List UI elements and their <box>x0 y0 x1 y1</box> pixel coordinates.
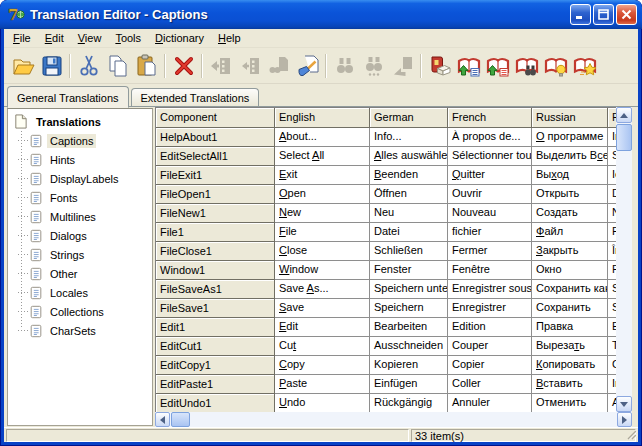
translation-cell[interactable]: Închide <box>608 242 616 261</box>
copy-button[interactable] <box>103 51 132 81</box>
find-next-button[interactable] <box>359 51 388 81</box>
translation-cell[interactable]: Nouveau <box>448 204 532 223</box>
menu-item-tools[interactable]: Tools <box>108 30 148 46</box>
tab-extended-translations[interactable]: Extended Translations <box>131 88 260 107</box>
dict-complete-button[interactable] <box>541 51 570 81</box>
dict-import-button[interactable] <box>454 51 483 81</box>
scroll-up-button[interactable] <box>616 107 632 123</box>
translation-cell[interactable]: Salvează ca... <box>608 280 616 299</box>
translation-cell[interactable]: Salvează <box>608 299 616 318</box>
tree-item-captions[interactable]: Captions <box>8 131 152 150</box>
translation-cell[interactable]: Anulează <box>608 394 616 412</box>
translation-cell[interactable]: Закрыть <box>532 242 608 261</box>
translation-cell[interactable]: About... <box>275 128 370 147</box>
translation-cell[interactable]: File <box>275 223 370 242</box>
horizontal-scroll-thumb[interactable] <box>171 412 190 427</box>
scroll-down-button[interactable] <box>616 396 632 412</box>
translation-cell[interactable]: Einfügen <box>370 375 448 394</box>
tree-item-strings[interactable]: Strings <box>8 245 152 264</box>
translation-cell[interactable]: Сохранить <box>532 299 608 318</box>
dict-find-button[interactable] <box>512 51 541 81</box>
translation-cell[interactable]: Выделить Все <box>532 147 608 166</box>
translation-cell[interactable]: Copiază <box>608 356 616 375</box>
horizontal-scrollbar[interactable] <box>155 412 632 427</box>
translation-cell[interactable]: Fişier <box>608 223 616 242</box>
translation-cell[interactable]: Ieşire <box>608 166 616 185</box>
dictionary-button[interactable] <box>425 51 454 81</box>
tree-item-other[interactable]: Other <box>8 264 152 283</box>
translation-cell[interactable]: Selectează tot <box>608 147 616 166</box>
assign-from-button[interactable] <box>206 51 235 81</box>
translation-cell[interactable]: Edit <box>275 318 370 337</box>
vertical-scroll-thumb[interactable] <box>616 124 632 151</box>
translation-cell[interactable]: Sélectionner tout <box>448 147 532 166</box>
scroll-left-button[interactable] <box>155 412 170 427</box>
translation-cell[interactable]: Taie <box>608 337 616 356</box>
translation-cell[interactable]: Save As... <box>275 280 370 299</box>
translation-cell[interactable]: Quitter <box>448 166 532 185</box>
translation-cell[interactable]: Cut <box>275 337 370 356</box>
translation-cell[interactable]: Info... <box>370 128 448 147</box>
tab-general-translations[interactable]: General Translations <box>7 86 129 108</box>
translation-cell[interactable]: Ausschneiden <box>370 337 448 356</box>
translation-cell[interactable]: Beenden <box>370 166 448 185</box>
minimize-button[interactable] <box>570 4 591 25</box>
translation-cell[interactable]: Speichern <box>370 299 448 318</box>
translation-cell[interactable]: Nou <box>608 204 616 223</box>
translation-cell[interactable]: Файл <box>532 223 608 242</box>
translation-cell[interactable]: Edition <box>448 318 532 337</box>
menu-item-edit[interactable]: Edit <box>38 30 71 46</box>
tree-root-translations[interactable]: Translations <box>8 112 152 131</box>
dict-export-button[interactable] <box>483 51 512 81</box>
translation-cell[interactable]: Сохранить как... <box>532 280 608 299</box>
copy-translations-button[interactable] <box>264 51 293 81</box>
delete-button[interactable] <box>169 51 198 81</box>
translation-cell[interactable]: Fenêtre <box>448 261 532 280</box>
translation-cell[interactable]: Close <box>275 242 370 261</box>
open-folder-button[interactable] <box>8 51 37 81</box>
translation-cell[interactable]: Paste <box>275 375 370 394</box>
translation-cell[interactable]: Informaţii... <box>608 128 616 147</box>
scroll-right-button[interactable] <box>617 412 632 427</box>
translation-cell[interactable]: Вставить <box>532 375 608 394</box>
tree-item-dialogs[interactable]: Dialogs <box>8 226 152 245</box>
close-button[interactable] <box>616 4 637 25</box>
vertical-scrollbar[interactable] <box>616 107 632 412</box>
translation-cell[interactable]: Inserează <box>608 375 616 394</box>
menu-item-file[interactable]: File <box>6 30 38 46</box>
translation-cell[interactable]: Kopieren <box>370 356 448 375</box>
translation-cell[interactable]: Open <box>275 185 370 204</box>
translation-cell[interactable]: Deschide <box>608 185 616 204</box>
translation-cell[interactable]: Rückgängig <box>370 394 448 412</box>
translation-cell[interactable]: Öffnen <box>370 185 448 204</box>
tree-item-collections[interactable]: Collections <box>8 302 152 321</box>
translation-cell[interactable]: Copier <box>448 356 532 375</box>
menu-item-help[interactable]: Help <box>211 30 248 46</box>
tree-item-fonts[interactable]: Fonts <box>8 188 152 207</box>
translation-cell[interactable]: Exit <box>275 166 370 185</box>
find-button[interactable] <box>330 51 359 81</box>
menu-item-view[interactable]: View <box>71 30 109 46</box>
assign-to-button[interactable] <box>235 51 264 81</box>
dict-add-button[interactable] <box>570 51 599 81</box>
translation-cell[interactable]: Открыть <box>532 185 608 204</box>
resize-grip[interactable] <box>625 427 638 442</box>
translation-cell[interactable]: Copy <box>275 356 370 375</box>
translation-cell[interactable]: Select All <box>275 147 370 166</box>
translation-cell[interactable]: New <box>275 204 370 223</box>
translation-cell[interactable]: Save <box>275 299 370 318</box>
translation-cell[interactable]: Coller <box>448 375 532 394</box>
translation-cell[interactable]: Fereastră <box>608 261 616 280</box>
translation-cell[interactable]: Окно <box>532 261 608 280</box>
translation-cell[interactable]: À propos de... <box>448 128 532 147</box>
menu-item-dictionary[interactable]: Dictionary <box>148 30 211 46</box>
translation-cell[interactable]: Выход <box>532 166 608 185</box>
cut-button[interactable] <box>74 51 103 81</box>
save-button[interactable] <box>37 51 66 81</box>
translation-cell[interactable]: Правка <box>532 318 608 337</box>
translation-cell[interactable]: Отменить <box>532 394 608 412</box>
clean-button[interactable] <box>293 51 322 81</box>
translation-cell[interactable]: Annuler <box>448 394 532 412</box>
tree-item-locales[interactable]: Locales <box>8 283 152 302</box>
maximize-button[interactable] <box>593 4 614 25</box>
